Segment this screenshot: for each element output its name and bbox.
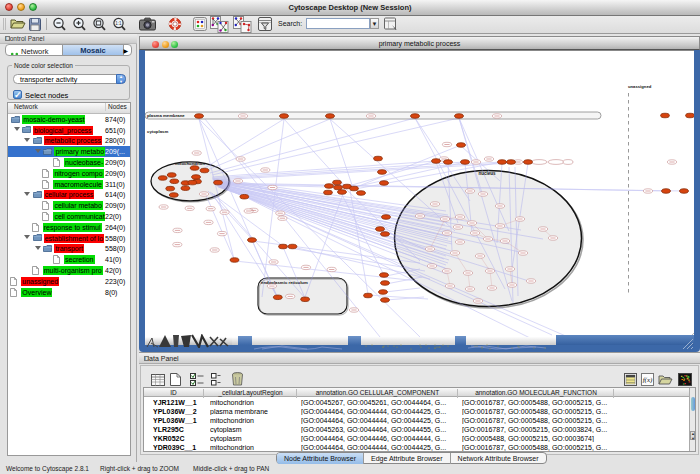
svg-text:unassigned: unassigned	[628, 84, 652, 89]
svg-text:plasma membrane: plasma membrane	[147, 113, 185, 118]
svg-text:endoplasmic reticulum: endoplasmic reticulum	[261, 280, 308, 285]
svg-text:cytoplasm: cytoplasm	[147, 129, 168, 134]
svg-text:mitochondrion: mitochondrion	[175, 161, 205, 166]
svg-text:1:1: 1:1	[115, 21, 122, 26]
svg-text:f(x): f(x)	[643, 376, 653, 384]
svg-text:nucleus: nucleus	[478, 171, 496, 176]
